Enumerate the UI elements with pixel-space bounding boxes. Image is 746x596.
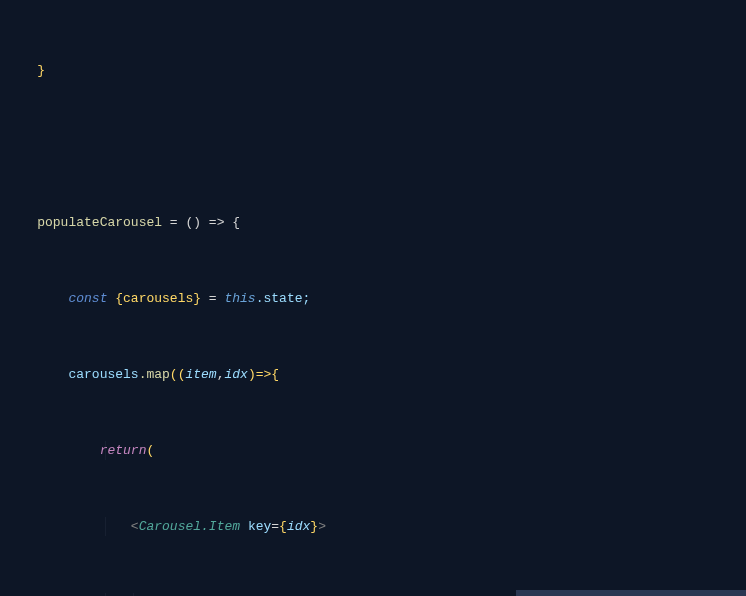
param: idx [225,367,248,382]
code-line[interactable]: } [6,61,746,80]
fn-map: .map [139,367,170,382]
paren: (( [170,367,186,382]
code-area[interactable]: } populateCarousel = () => { const {caro… [6,0,746,596]
fn-name: populateCarousel [37,215,162,230]
angle: > [318,519,326,534]
brace-close: } [37,63,45,78]
paren: ( [146,443,154,458]
code-line[interactable]: <Carousel.Item key={idx}> [6,517,746,536]
brace: } [310,519,318,534]
code-line[interactable]: const {carousels} = this.state; [6,289,746,308]
prop: .state; [256,291,311,306]
code-line[interactable]: populateCarousel = () => { [6,213,746,232]
code-line[interactable] [6,137,746,156]
kw-return: return [100,443,147,458]
status-strip [516,590,746,596]
rest: = () => { [162,215,240,230]
destructure: {carousels} [115,291,201,306]
param: item [185,367,216,382]
kw-const: const [68,291,115,306]
attr: key [248,519,271,534]
brace: { [279,519,287,534]
code-editor[interactable]: } populateCarousel = () => { const {caro… [0,0,746,596]
expr: idx [287,519,310,534]
eq: = [201,291,224,306]
angle: < [131,519,139,534]
this: this [224,291,255,306]
eq: = [271,519,279,534]
code-line[interactable]: carousels.map((item,idx)=>{ [6,365,746,384]
code-line[interactable]: return( [6,441,746,460]
var: carousels [68,367,138,382]
sp [240,519,248,534]
paren: )=>{ [248,367,279,382]
jsx-tag: Carousel.Item [139,519,240,534]
comma: , [217,367,225,382]
